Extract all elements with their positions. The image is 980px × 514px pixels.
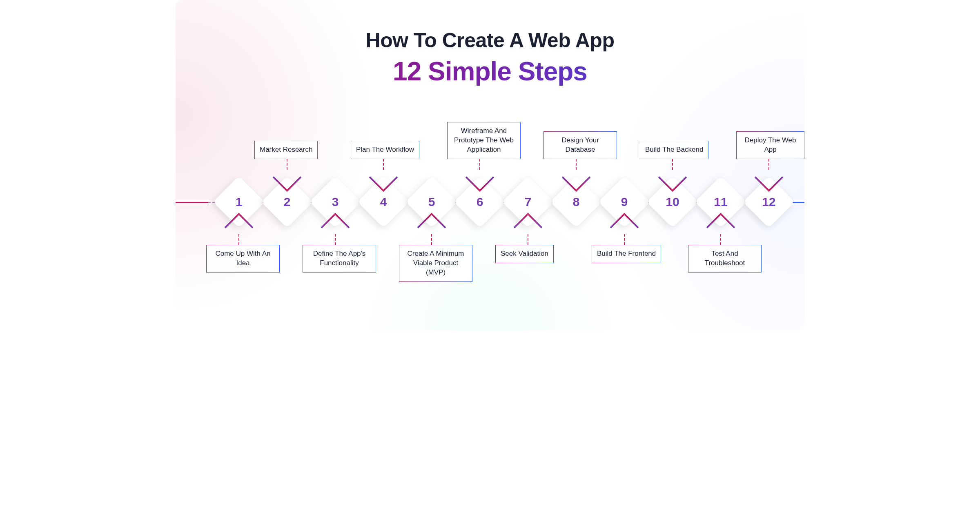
connector-stem [383,159,384,170]
infographic-canvas: How To Create A Web App 12 Simple Steps … [176,0,804,330]
step-nodes-container: 123456789101112 [176,184,804,224]
step-label-2: Market Research [254,141,318,159]
step-label-8: Design Your Database [543,131,617,159]
step-label-9: Build The Frontend [592,245,661,263]
connector-stem [431,234,432,245]
title-line2: 12 Simple Steps [176,56,804,86]
connector-stem [528,234,528,245]
step-label-12: Deploy The Web App [736,131,804,159]
step-label-11: Test And Troubleshoot [688,245,762,273]
connector-stem [287,159,287,170]
step-label-10: Build The Backend [640,141,708,159]
step-label-5: Create A Minimum Viable Product (MVP) [399,245,472,282]
step-label-6: Wireframe And Prototype The Web Applicat… [447,122,521,159]
connector-stem [479,159,480,170]
step-label-4: Plan The Workflow [351,141,419,159]
connector-stem [672,159,673,170]
title-line1: How To Create A Web App [176,29,804,52]
step-label-3: Define The App's Functionality [303,245,376,273]
connector-stem [335,234,336,245]
step-label-1: Come Up With An Idea [206,245,280,273]
title-block: How To Create A Web App 12 Simple Steps [176,29,804,86]
connector-stem [624,234,625,245]
connector-stem [768,159,769,170]
connector-stem [720,234,721,245]
connector-stem [576,159,577,170]
connector-stem [238,234,239,245]
step-label-7: Seek Validation [495,245,554,263]
